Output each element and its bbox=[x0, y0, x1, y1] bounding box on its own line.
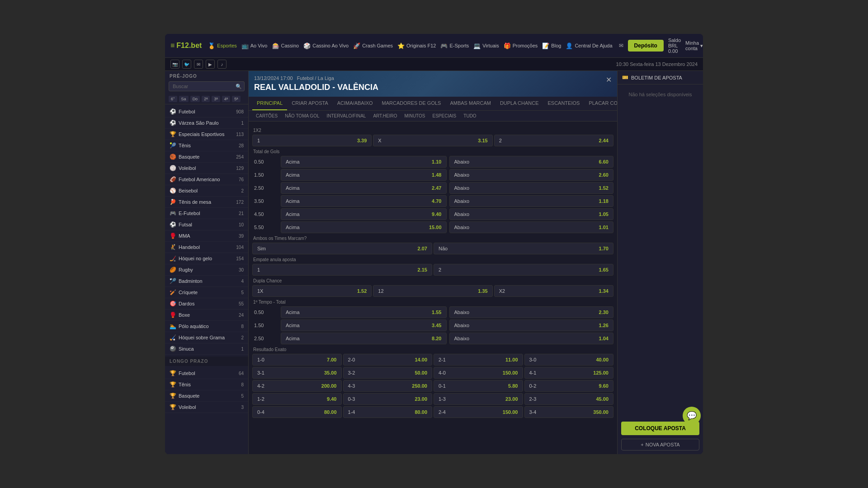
total-acima-2[interactable]: Acima 1.48 bbox=[281, 169, 447, 181]
sidebar-item-varzea[interactable]: ⚽Várzea São Paulo 1 bbox=[165, 117, 248, 129]
dupla-x2[interactable]: X2 1.34 bbox=[494, 285, 613, 297]
sidebar-item-efutebol[interactable]: 🎮E-Futebol 21 bbox=[165, 208, 248, 219]
total-abaixo-4[interactable]: Abaixo 1.18 bbox=[449, 195, 614, 207]
dupla-1x[interactable]: 1X 1.52 bbox=[252, 285, 372, 297]
subtab-minutos[interactable]: MINUTOS bbox=[401, 111, 429, 121]
total-abaixo-2[interactable]: Abaixo 2.60 bbox=[449, 169, 614, 181]
sidebar-item-voleibol[interactable]: 🏐Voleibol 129 bbox=[165, 163, 248, 174]
logo[interactable]: ≡ F12.bet bbox=[170, 42, 202, 50]
search-icon[interactable]: 🔍 bbox=[236, 84, 242, 89]
nav-originais[interactable]: ⭐ Originais F12 bbox=[397, 42, 436, 49]
nav-ajuda[interactable]: 👤 Central De Ajuda bbox=[566, 42, 612, 49]
sidebar-item-tenis-mesa[interactable]: 🏓Tênis de mesa 172 bbox=[165, 197, 248, 208]
tab-ambas[interactable]: AMBAS MARCAM bbox=[445, 97, 495, 110]
total-abaixo-1[interactable]: Abaixo 6.60 bbox=[449, 156, 614, 168]
sidebar-item-boxe[interactable]: 🥊Boxe 24 bbox=[165, 310, 248, 321]
score-3-4[interactable]: 3-4350.00 bbox=[524, 406, 614, 418]
total-acima-6[interactable]: Acima 15.00 bbox=[281, 221, 447, 233]
sidebar-item-sinuca[interactable]: 🎱Sinuca 1 bbox=[165, 343, 248, 355]
score-1-2[interactable]: 1-29.40 bbox=[252, 393, 342, 405]
nav-cassino[interactable]: 🎰 Cassino bbox=[272, 42, 299, 49]
sidebar-item-tenis[interactable]: 🎾Tênis 28 bbox=[165, 140, 248, 151]
score-0-1[interactable]: 0-15.80 bbox=[434, 380, 523, 392]
ambos-nao[interactable]: Não 1.70 bbox=[434, 243, 613, 254]
1t-abaixo-2[interactable]: Abaixo 1.26 bbox=[449, 319, 614, 331]
score-1-3[interactable]: 1-323.00 bbox=[434, 393, 523, 405]
sidebar-item-lp-basquete[interactable]: 🏆Basquete 5 bbox=[165, 390, 248, 402]
account-button[interactable]: Minha conta ▾ bbox=[685, 40, 703, 51]
sidebar-item-lp-futebol[interactable]: 🏆Futebol 64 bbox=[165, 368, 248, 379]
filter-5a[interactable]: 5ª bbox=[232, 96, 240, 102]
email-icon[interactable]: ✉ bbox=[194, 60, 203, 69]
score-0-2[interactable]: 0-29.60 bbox=[524, 380, 614, 392]
tiktok-icon[interactable]: ♪ bbox=[217, 60, 226, 69]
close-button[interactable]: ✕ bbox=[606, 75, 612, 84]
score-2-3[interactable]: 2-345.00 bbox=[524, 393, 614, 405]
dupla-12[interactable]: 12 1.35 bbox=[373, 285, 492, 297]
1t-abaixo-3[interactable]: Abaixo 1.04 bbox=[449, 333, 614, 344]
sidebar-item-beisebol[interactable]: ⚾Beisebol 2 bbox=[165, 185, 248, 197]
tab-marcadores[interactable]: MARCADORES DE GOLS bbox=[377, 97, 446, 110]
tab-dupla[interactable]: DUPLA CHANCE bbox=[495, 97, 543, 110]
score-4-0[interactable]: 4-0150.00 bbox=[434, 367, 523, 379]
tab-criar-aposta[interactable]: CRIAR APOSTA bbox=[287, 97, 332, 110]
empate-2[interactable]: 2 1.65 bbox=[434, 264, 613, 276]
total-acima-3[interactable]: Acima 2.47 bbox=[281, 182, 447, 194]
nav-esports[interactable]: 🎮 E-Sports bbox=[440, 42, 469, 49]
score-3-2[interactable]: 3-250.00 bbox=[343, 367, 433, 379]
score-0-3[interactable]: 0-323.00 bbox=[343, 393, 433, 405]
nav-promocoes[interactable]: 🎁 Promoções bbox=[504, 42, 538, 49]
tab-placar[interactable]: PLACAR CORRETO MULTI bbox=[584, 97, 617, 110]
sidebar-item-dardos[interactable]: 🎯Dardos 55 bbox=[165, 298, 248, 310]
search-input[interactable] bbox=[169, 81, 245, 91]
sidebar-item-especiais[interactable]: 🏆Especiais Esportivos 113 bbox=[165, 129, 248, 140]
sidebar-item-rugby[interactable]: 🏉Rugby 30 bbox=[165, 264, 248, 276]
twitter-icon[interactable]: 🐦 bbox=[182, 60, 191, 69]
odds-home[interactable]: 1 3.39 bbox=[252, 135, 372, 146]
sidebar-item-futsal[interactable]: ⚽Futsal 10 bbox=[165, 219, 248, 230]
sidebar-item-lp-voleibol[interactable]: 🏆Voleibol 3 bbox=[165, 402, 248, 413]
score-0-4[interactable]: 0-480.00 bbox=[252, 406, 342, 418]
filter-4a[interactable]: 4ª bbox=[222, 96, 230, 102]
sidebar-item-polo[interactable]: 🏊Pólo aquático 8 bbox=[165, 321, 248, 332]
1t-acima-3[interactable]: Acima 8.20 bbox=[281, 333, 447, 344]
score-3-0[interactable]: 3-040.00 bbox=[524, 354, 614, 366]
sidebar-item-futebol[interactable]: ⚽Futebol 908 bbox=[165, 106, 248, 117]
empate-1[interactable]: 1 2.15 bbox=[252, 264, 432, 276]
sidebar-item-hoquei-grama[interactable]: 🏑Hóquei sobre Grama 2 bbox=[165, 332, 248, 343]
score-1-0[interactable]: 1-07.00 bbox=[252, 354, 342, 366]
tab-acima-abaixo[interactable]: ACIMA/ABAIXO bbox=[333, 97, 377, 110]
1t-acima-2[interactable]: Acima 3.45 bbox=[281, 319, 447, 331]
filter-3a[interactable]: 3ª bbox=[212, 96, 220, 102]
deposit-button[interactable]: Depósito bbox=[628, 40, 664, 52]
nav-crash-games[interactable]: 🚀 Crash Games bbox=[353, 42, 393, 49]
mail-icon[interactable]: ✉ bbox=[619, 42, 623, 49]
sidebar-item-futebol-americano[interactable]: 🏈Futebol Americano 76 bbox=[165, 174, 248, 185]
subtab-artilheiro[interactable]: ART.HEIRO bbox=[369, 111, 401, 121]
filter-sa[interactable]: Sa bbox=[179, 96, 189, 102]
filter-6h[interactable]: 6° bbox=[169, 96, 177, 102]
nav-ao-vivo[interactable]: 📺 Ao Vivo bbox=[241, 42, 268, 49]
sidebar-item-handebol[interactable]: 🤾Handebol 104 bbox=[165, 242, 248, 253]
score-2-1[interactable]: 2-111.00 bbox=[434, 354, 523, 366]
sidebar-item-badminton[interactable]: 🏸Badminton 4 bbox=[165, 276, 248, 287]
sidebar-item-lp-tenis[interactable]: 🏆Tênis 8 bbox=[165, 379, 248, 390]
filter-do[interactable]: Do bbox=[190, 96, 200, 102]
subtab-intervalo[interactable]: INTERVALO/FINAL bbox=[323, 111, 370, 121]
1t-acima-1[interactable]: Acima 1.55 bbox=[281, 306, 447, 318]
odds-draw[interactable]: X 3.15 bbox=[373, 135, 492, 146]
nav-blog[interactable]: 📝 Blog bbox=[542, 42, 561, 49]
score-4-2[interactable]: 4-2200.00 bbox=[252, 380, 342, 392]
tab-principal[interactable]: PRINCIPAL bbox=[252, 97, 287, 110]
sidebar-item-mma[interactable]: 🥊MMA 39 bbox=[165, 230, 248, 242]
score-3-1[interactable]: 3-135.00 bbox=[252, 367, 342, 379]
score-2-4[interactable]: 2-4150.00 bbox=[434, 406, 523, 418]
ambos-sim[interactable]: Sim 2.07 bbox=[252, 243, 432, 254]
score-1-4[interactable]: 1-480.00 bbox=[343, 406, 433, 418]
nav-esportes[interactable]: 🏅 Esportes bbox=[208, 42, 236, 49]
youtube-icon[interactable]: ▶ bbox=[206, 60, 215, 69]
chat-button[interactable]: 💬 bbox=[683, 407, 701, 425]
subtab-cartoes[interactable]: CARTÕES bbox=[252, 111, 281, 121]
subtab-especiais[interactable]: ESPECIAIS bbox=[429, 111, 460, 121]
total-abaixo-5[interactable]: Abaixo 1.05 bbox=[449, 208, 614, 220]
